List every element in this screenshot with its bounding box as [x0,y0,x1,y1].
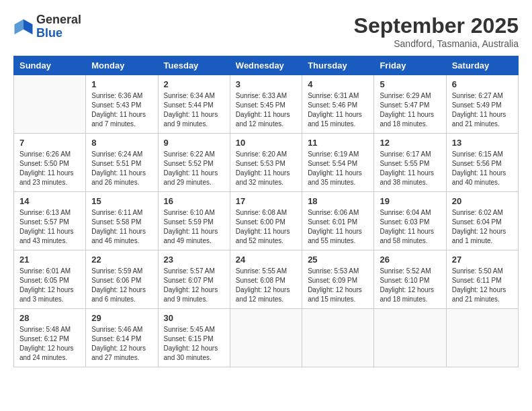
calendar-week-row: 14Sunrise: 6:13 AM Sunset: 5:57 PM Dayli… [14,192,519,250]
calendar-day-cell: 17Sunrise: 6:08 AM Sunset: 6:00 PM Dayli… [230,192,302,250]
day-number: 21 [19,255,80,265]
calendar-weekday-header: Tuesday [158,56,230,75]
day-number: 23 [164,255,224,265]
day-info: Sunrise: 6:27 AM Sunset: 5:49 PM Dayligh… [452,91,513,129]
location-title: Sandford, Tasmania, Australia [354,38,519,49]
day-number: 5 [380,79,440,89]
day-info: Sunrise: 6:31 AM Sunset: 5:46 PM Dayligh… [308,91,368,129]
day-number: 14 [19,196,80,206]
calendar-day-cell: 15Sunrise: 6:11 AM Sunset: 5:58 PM Dayli… [86,192,158,250]
day-number: 12 [380,138,440,148]
calendar-day-cell: 7Sunrise: 6:26 AM Sunset: 5:50 PM Daylig… [14,134,86,192]
day-number: 1 [91,79,152,89]
calendar-weekday-header: Monday [86,56,158,75]
logo: General Blue [13,13,81,40]
day-info: Sunrise: 6:15 AM Sunset: 5:56 PM Dayligh… [452,150,513,187]
calendar-week-row: 1Sunrise: 6:36 AM Sunset: 5:43 PM Daylig… [14,75,519,134]
calendar-day-cell: 21Sunrise: 6:01 AM Sunset: 6:05 PM Dayli… [14,250,86,309]
logo-general: General [36,13,81,27]
calendar-day-cell: 23Sunrise: 5:57 AM Sunset: 6:07 PM Dayli… [158,250,230,309]
day-number: 19 [380,196,440,206]
day-info: Sunrise: 6:11 AM Sunset: 5:58 PM Dayligh… [91,208,152,246]
calendar-day-cell: 27Sunrise: 5:50 AM Sunset: 6:11 PM Dayli… [446,250,518,309]
calendar-day-cell: 22Sunrise: 5:59 AM Sunset: 6:06 PM Dayli… [86,250,158,309]
calendar-day-cell: 10Sunrise: 6:20 AM Sunset: 5:53 PM Dayli… [230,134,302,192]
day-number: 18 [308,196,368,206]
calendar-day-cell [302,309,374,367]
day-number: 27 [452,255,513,265]
day-number: 3 [236,79,296,89]
day-number: 2 [164,79,224,89]
day-info: Sunrise: 6:04 AM Sunset: 6:03 PM Dayligh… [380,208,440,246]
day-info: Sunrise: 5:46 AM Sunset: 6:14 PM Dayligh… [91,325,152,363]
day-number: 24 [236,255,296,265]
logo-blue: Blue [36,27,81,40]
day-info: Sunrise: 6:20 AM Sunset: 5:53 PM Dayligh… [236,150,296,187]
calendar-day-cell: 2Sunrise: 6:34 AM Sunset: 5:44 PM Daylig… [158,75,230,134]
svg-marker-0 [24,19,33,35]
day-info: Sunrise: 6:36 AM Sunset: 5:43 PM Dayligh… [91,91,152,129]
day-number: 30 [164,313,224,323]
svg-marker-1 [15,19,24,35]
day-info: Sunrise: 6:24 AM Sunset: 5:51 PM Dayligh… [91,150,152,187]
day-info: Sunrise: 5:45 AM Sunset: 6:15 PM Dayligh… [164,325,224,363]
day-number: 6 [452,79,513,89]
day-number: 15 [91,196,152,206]
day-info: Sunrise: 5:57 AM Sunset: 6:07 PM Dayligh… [164,267,224,304]
calendar-weekday-header: Friday [374,56,446,75]
day-info: Sunrise: 6:22 AM Sunset: 5:52 PM Dayligh… [164,150,224,187]
day-info: Sunrise: 5:50 AM Sunset: 6:11 PM Dayligh… [452,267,513,304]
calendar-day-cell: 20Sunrise: 6:02 AM Sunset: 6:04 PM Dayli… [446,192,518,250]
calendar-day-cell: 30Sunrise: 5:45 AM Sunset: 6:15 PM Dayli… [158,309,230,367]
calendar-day-cell [14,75,86,134]
day-info: Sunrise: 6:33 AM Sunset: 5:45 PM Dayligh… [236,91,296,129]
calendar-day-cell: 9Sunrise: 6:22 AM Sunset: 5:52 PM Daylig… [158,134,230,192]
calendar-day-cell: 24Sunrise: 5:55 AM Sunset: 6:08 PM Dayli… [230,250,302,309]
day-info: Sunrise: 5:52 AM Sunset: 6:10 PM Dayligh… [380,267,440,304]
calendar-day-cell: 1Sunrise: 6:36 AM Sunset: 5:43 PM Daylig… [86,75,158,134]
day-number: 16 [164,196,224,206]
calendar-day-cell: 18Sunrise: 6:06 AM Sunset: 6:01 PM Dayli… [302,192,374,250]
calendar-day-cell [230,309,302,367]
calendar-day-cell: 6Sunrise: 6:27 AM Sunset: 5:49 PM Daylig… [446,75,518,134]
day-info: Sunrise: 6:02 AM Sunset: 6:04 PM Dayligh… [452,208,513,246]
calendar-day-cell: 3Sunrise: 6:33 AM Sunset: 5:45 PM Daylig… [230,75,302,134]
calendar-day-cell: 5Sunrise: 6:29 AM Sunset: 5:47 PM Daylig… [374,75,446,134]
day-number: 25 [308,255,368,265]
day-info: Sunrise: 6:13 AM Sunset: 5:57 PM Dayligh… [19,208,80,246]
calendar-weekday-header: Thursday [302,56,374,75]
calendar-day-cell: 12Sunrise: 6:17 AM Sunset: 5:55 PM Dayli… [374,134,446,192]
day-info: Sunrise: 6:08 AM Sunset: 6:00 PM Dayligh… [236,208,296,246]
calendar-table: SundayMondayTuesdayWednesdayThursdayFrid… [13,56,519,367]
day-number: 10 [236,138,296,148]
calendar-header-row: SundayMondayTuesdayWednesdayThursdayFrid… [14,56,519,75]
calendar-day-cell: 25Sunrise: 5:53 AM Sunset: 6:09 PM Dayli… [302,250,374,309]
day-info: Sunrise: 6:19 AM Sunset: 5:54 PM Dayligh… [308,150,368,187]
calendar-weekday-header: Saturday [446,56,518,75]
calendar-weekday-header: Wednesday [230,56,302,75]
day-number: 4 [308,79,368,89]
day-number: 29 [91,313,152,323]
calendar-weekday-header: Sunday [14,56,86,75]
day-info: Sunrise: 6:06 AM Sunset: 6:01 PM Dayligh… [308,208,368,246]
calendar-day-cell: 8Sunrise: 6:24 AM Sunset: 5:51 PM Daylig… [86,134,158,192]
calendar-day-cell [446,309,518,367]
day-number: 26 [380,255,440,265]
calendar-week-row: 7Sunrise: 6:26 AM Sunset: 5:50 PM Daylig… [14,134,519,192]
day-info: Sunrise: 5:53 AM Sunset: 6:09 PM Dayligh… [308,267,368,304]
day-number: 20 [452,196,513,206]
day-info: Sunrise: 5:48 AM Sunset: 6:12 PM Dayligh… [19,325,80,363]
calendar-day-cell: 19Sunrise: 6:04 AM Sunset: 6:03 PM Dayli… [374,192,446,250]
day-info: Sunrise: 6:10 AM Sunset: 5:59 PM Dayligh… [164,208,224,246]
day-number: 28 [19,313,80,323]
calendar-week-row: 21Sunrise: 6:01 AM Sunset: 6:05 PM Dayli… [14,250,519,309]
month-title: September 2025 [354,13,519,38]
day-number: 7 [19,138,80,148]
day-number: 8 [91,138,152,148]
calendar-day-cell: 4Sunrise: 6:31 AM Sunset: 5:46 PM Daylig… [302,75,374,134]
day-info: Sunrise: 6:29 AM Sunset: 5:47 PM Dayligh… [380,91,440,129]
calendar-day-cell: 26Sunrise: 5:52 AM Sunset: 6:10 PM Dayli… [374,250,446,309]
calendar-day-cell: 16Sunrise: 6:10 AM Sunset: 5:59 PM Dayli… [158,192,230,250]
logo-text: General Blue [36,13,81,40]
calendar-week-row: 28Sunrise: 5:48 AM Sunset: 6:12 PM Dayli… [14,309,519,367]
